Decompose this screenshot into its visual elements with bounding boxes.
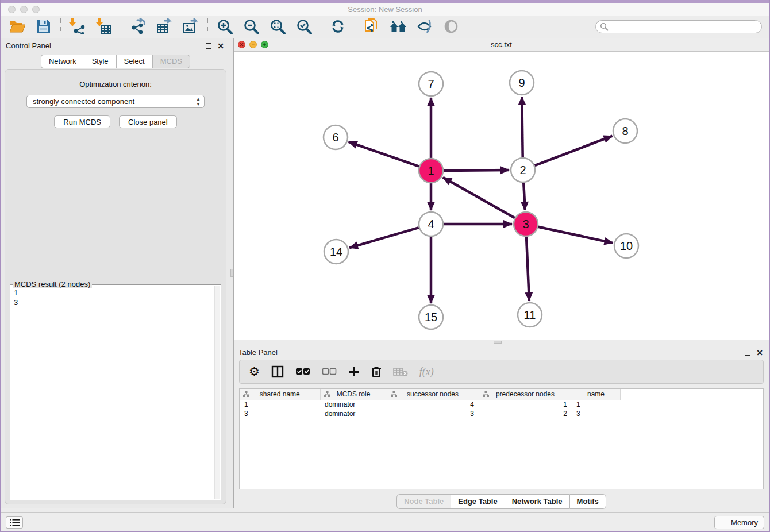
zoom-fit-icon[interactable]	[266, 17, 289, 36]
svg-text:15: 15	[425, 311, 437, 323]
graph-edge-3-10[interactable]	[538, 227, 613, 243]
toolbar-separator	[321, 18, 321, 34]
close-panel-icon[interactable]: ✕	[756, 350, 763, 356]
column-header-predecessor-nodes[interactable]: predecessor nodes	[479, 389, 572, 400]
graph-node-3[interactable]: 3	[514, 212, 538, 236]
tab-style[interactable]: Style	[84, 55, 116, 68]
close-panel-button[interactable]: Close panel	[119, 115, 177, 128]
table-tabs: Node Table Edge Table Network Table Moti…	[234, 494, 769, 509]
table-row[interactable]: 3 dominator 3 2 3	[240, 409, 620, 418]
birdseye-view-icon[interactable]	[440, 17, 463, 36]
function-builder-icon[interactable]: f(x)	[419, 366, 434, 378]
svg-text:7: 7	[428, 78, 434, 90]
column-header-name[interactable]: name	[572, 389, 620, 400]
graph-edge-2-8[interactable]	[535, 136, 613, 166]
clone-network-icon[interactable]	[360, 17, 383, 36]
tab-mcds[interactable]: MCDS	[152, 55, 190, 68]
tab-network-table[interactable]: Network Table	[505, 494, 569, 509]
tab-motifs[interactable]: Motifs	[569, 494, 606, 509]
column-header-successor-nodes[interactable]: successor nodes	[387, 389, 479, 400]
export-network-icon[interactable]	[126, 17, 149, 36]
window-frame-left	[0, 0, 1, 532]
refresh-icon[interactable]	[326, 17, 349, 36]
select-all-icon[interactable]	[295, 368, 310, 376]
graph-node-14[interactable]: 14	[324, 240, 348, 264]
add-column-icon[interactable]	[348, 366, 360, 377]
graph-node-15[interactable]: 15	[419, 305, 443, 329]
table-header-row: shared name MCDS role successor nodes pr…	[240, 389, 620, 400]
gear-icon[interactable]: ⚙	[249, 366, 260, 377]
home-icon[interactable]	[387, 17, 410, 36]
tab-network[interactable]: Network	[41, 55, 84, 68]
node-table: shared name MCDS role successor nodes pr…	[239, 388, 764, 489]
graph-node-4[interactable]: 4	[419, 212, 443, 236]
task-history-button[interactable]	[6, 516, 23, 529]
delete-table-icon[interactable]	[393, 367, 408, 376]
criterion-select[interactable]: strongly connected component ▲▼	[26, 95, 205, 108]
tab-node-table[interactable]: Node Table	[396, 494, 451, 509]
graph-node-11[interactable]: 11	[518, 303, 542, 327]
mcds-pane: Optimization criterion: strongly connect…	[5, 69, 226, 504]
table-row[interactable]: 1 dominator 4 1 1	[240, 400, 620, 409]
graph-edge-2-9[interactable]	[522, 97, 522, 157]
result-line: 1	[14, 288, 211, 298]
tab-select[interactable]: Select	[116, 55, 152, 68]
delete-column-icon[interactable]	[371, 366, 382, 378]
float-panel-icon[interactable]	[206, 43, 211, 49]
run-mcds-button[interactable]: Run MCDS	[54, 115, 110, 128]
mcds-result-text[interactable]: 13	[11, 286, 214, 499]
splitter-grip[interactable]	[494, 341, 502, 344]
close-panel-icon[interactable]: ✕	[217, 43, 224, 49]
export-table-icon[interactable]	[153, 17, 176, 36]
criterion-value: strongly connected component	[33, 97, 134, 106]
optimization-criterion-label: Optimization criterion:	[5, 80, 226, 88]
tab-edge-table[interactable]: Edge Table	[451, 494, 504, 509]
network-canvas[interactable]: 1 2 3 4 6 7 8 9 10 11 14 15	[234, 52, 769, 340]
svg-text:6: 6	[332, 131, 338, 144]
column-mode-icon[interactable]	[271, 365, 284, 378]
float-panel-icon[interactable]	[745, 350, 750, 356]
graph-edge-3-1[interactable]	[443, 178, 515, 218]
graph-edge-3-11[interactable]	[526, 237, 529, 301]
graph-edge-4-14[interactable]	[349, 228, 419, 248]
deselect-all-icon[interactable]	[322, 368, 337, 376]
search-input[interactable]	[595, 20, 762, 33]
graph-node-1[interactable]: 1	[419, 159, 443, 183]
graph-node-8[interactable]: 8	[613, 119, 637, 143]
graph-node-6[interactable]: 6	[324, 125, 348, 149]
zoom-selected-icon[interactable]	[292, 17, 315, 36]
vertical-splitter[interactable]	[230, 38, 234, 508]
toolbar-separator	[355, 18, 355, 34]
column-header-shared-name[interactable]: shared name	[240, 389, 320, 400]
status-bar: Memory	[0, 512, 770, 532]
memory-button[interactable]: Memory	[714, 516, 764, 529]
node-table-body: 1 dominator 4 1 1 3 dominator 3 2 3	[240, 400, 620, 418]
import-table-icon[interactable]	[93, 17, 116, 36]
toolbar-separator	[121, 18, 121, 34]
zoom-in-icon[interactable]	[213, 17, 236, 36]
export-image-icon[interactable]	[179, 17, 202, 36]
graph-node-2[interactable]: 2	[511, 158, 535, 182]
graph-edge-1-2[interactable]	[444, 170, 509, 171]
list-icon	[10, 519, 20, 526]
svg-text:14: 14	[330, 245, 342, 258]
zoom-out-icon[interactable]	[240, 17, 263, 36]
graph-edge-2-3[interactable]	[523, 183, 525, 210]
result-scrollbar[interactable]	[214, 286, 220, 499]
graph-node-7[interactable]: 7	[419, 72, 443, 96]
import-network-icon[interactable]	[66, 17, 89, 36]
style-preview-icon[interactable]	[413, 17, 436, 36]
graph-edge-1-6[interactable]	[349, 142, 419, 167]
graph-node-10[interactable]: 10	[614, 234, 638, 258]
memory-status-icon	[721, 519, 727, 526]
open-session-icon[interactable]	[6, 17, 29, 36]
search-icon	[600, 22, 609, 33]
splitter-grip[interactable]	[230, 269, 233, 277]
graph-node-9[interactable]: 9	[510, 71, 534, 95]
network-window: ✕ − + scc.txt 1 2 3 4 6 7 8 9 10 11 14	[234, 38, 769, 340]
horizontal-splitter[interactable]	[234, 340, 769, 345]
save-session-icon[interactable]	[32, 17, 55, 36]
column-header-mcds-role[interactable]: MCDS role	[320, 389, 387, 400]
control-panel: Control Panel ✕ Network Style Select MCD…	[1, 38, 230, 508]
table-toolbar: ⚙ f(x)	[239, 360, 764, 384]
